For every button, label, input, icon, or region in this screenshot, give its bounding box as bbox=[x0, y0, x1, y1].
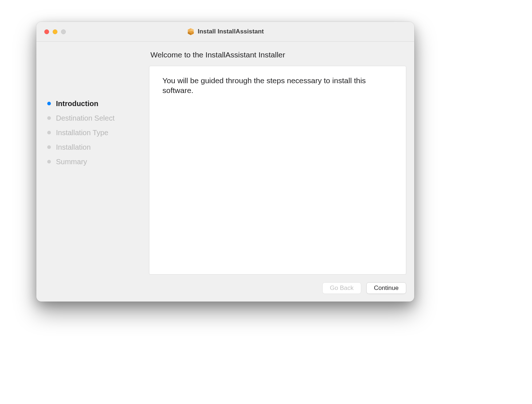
main-panel: Welcome to the InstallAssistant Installe… bbox=[149, 42, 414, 275]
svg-marker-4 bbox=[188, 28, 191, 32]
svg-marker-5 bbox=[191, 28, 194, 32]
window-controls bbox=[36, 29, 66, 34]
step-bullet-icon bbox=[47, 102, 51, 105]
step-summary: Summary bbox=[47, 154, 145, 169]
svg-marker-1 bbox=[188, 32, 191, 35]
step-bullet-icon bbox=[47, 160, 51, 163]
step-label: Destination Select bbox=[56, 114, 114, 122]
step-label: Installation bbox=[56, 143, 91, 152]
step-label: Summary bbox=[56, 158, 87, 166]
step-destination-select: Destination Select bbox=[47, 111, 145, 125]
go-back-button: Go Back bbox=[322, 282, 361, 294]
window-body: Introduction Destination Select Installa… bbox=[36, 42, 414, 302]
svg-marker-0 bbox=[188, 30, 194, 33]
step-bullet-icon bbox=[47, 116, 51, 120]
footer: Go Back Continue bbox=[36, 275, 414, 302]
step-label: Installation Type bbox=[56, 129, 108, 137]
zoom-icon bbox=[61, 29, 66, 34]
step-bullet-icon bbox=[47, 145, 51, 149]
package-icon bbox=[187, 28, 195, 36]
step-label: Introduction bbox=[56, 100, 98, 108]
installer-window: Install InstallAssistant Introduction De… bbox=[36, 22, 414, 302]
content-pane: You will be guided through the steps nec… bbox=[149, 66, 406, 275]
continue-button[interactable]: Continue bbox=[366, 282, 406, 294]
steps-sidebar: Introduction Destination Select Installa… bbox=[36, 42, 149, 275]
close-icon[interactable] bbox=[44, 29, 49, 34]
svg-marker-3 bbox=[190, 30, 193, 31]
step-bullet-icon bbox=[47, 131, 51, 134]
window-title: Install InstallAssistant bbox=[198, 28, 264, 35]
step-installation-type: Installation Type bbox=[47, 125, 145, 140]
page-heading: Welcome to the InstallAssistant Installe… bbox=[150, 50, 406, 59]
step-introduction: Introduction bbox=[47, 96, 145, 111]
minimize-icon[interactable] bbox=[53, 29, 57, 34]
body-text: You will be guided through the steps nec… bbox=[162, 76, 366, 94]
step-installation: Installation bbox=[47, 140, 145, 154]
svg-marker-2 bbox=[191, 32, 194, 35]
titlebar: Install InstallAssistant bbox=[36, 22, 414, 42]
